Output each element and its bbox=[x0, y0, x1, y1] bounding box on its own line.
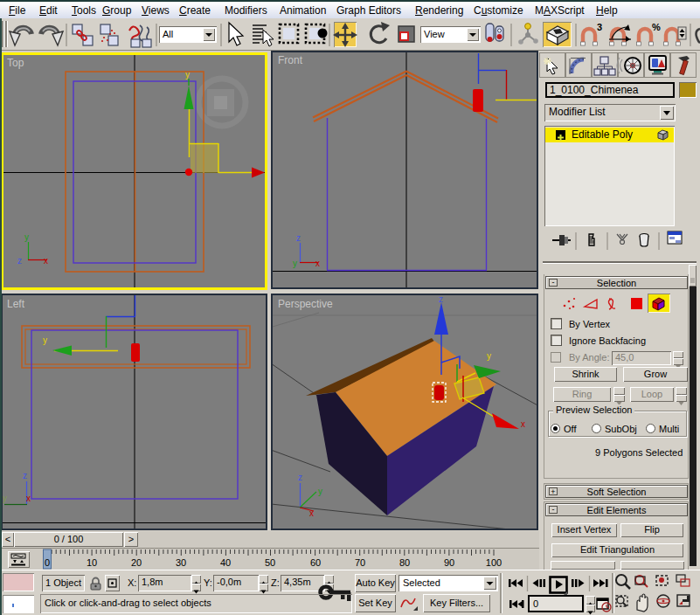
svg-text:y: y bbox=[3, 494, 7, 503]
svg-text:x: x bbox=[44, 256, 48, 266]
svg-text:90: 90 bbox=[444, 557, 454, 568]
svg-text:x: x bbox=[26, 494, 31, 503]
svg-text:%: % bbox=[652, 22, 661, 32]
svg-text:60: 60 bbox=[310, 557, 321, 568]
svg-text:40: 40 bbox=[220, 557, 231, 568]
svg-text:z: z bbox=[23, 471, 27, 480]
svg-text:30: 30 bbox=[176, 557, 186, 568]
svg-text:0: 0 bbox=[45, 557, 50, 568]
svg-text:x: x bbox=[309, 508, 314, 518]
svg-text:80: 80 bbox=[399, 557, 410, 568]
svg-text:y: y bbox=[318, 487, 322, 496]
svg-text:50: 50 bbox=[265, 557, 275, 568]
svg-text:3: 3 bbox=[597, 22, 602, 32]
svg-text:x: x bbox=[521, 419, 525, 429]
svg-text:y: y bbox=[24, 232, 29, 242]
svg-text:y: y bbox=[43, 335, 47, 345]
svg-text:100: 100 bbox=[486, 557, 502, 568]
svg-text:z: z bbox=[296, 233, 301, 243]
svg-text:y: y bbox=[487, 351, 491, 361]
svg-text:z: z bbox=[439, 295, 443, 304]
svg-text:y: y bbox=[293, 259, 297, 268]
svg-text:z: z bbox=[298, 473, 302, 482]
svg-text:z: z bbox=[17, 256, 22, 266]
svg-text:y: y bbox=[185, 70, 190, 79]
svg-text:10: 10 bbox=[87, 557, 97, 568]
svg-text:20: 20 bbox=[131, 557, 142, 568]
svg-text:x: x bbox=[315, 259, 320, 268]
svg-text:70: 70 bbox=[355, 557, 365, 568]
